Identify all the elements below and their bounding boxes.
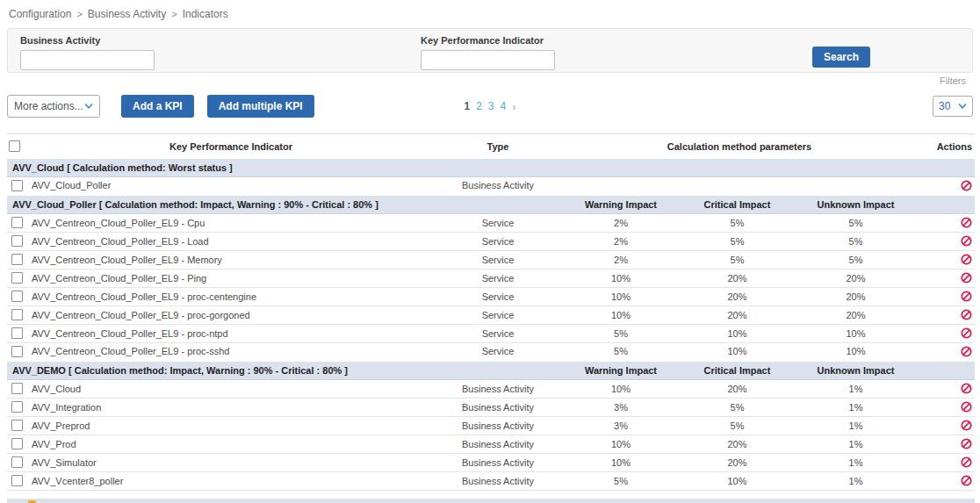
add-multiple-kpi-button[interactable]: Add multiple KPI <box>207 95 314 118</box>
chevron-down-icon <box>84 102 93 111</box>
table-row: AVV_Centreon_Cloud_Poller_EL9 - Cpu Serv… <box>7 213 975 232</box>
row-checkbox[interactable] <box>11 383 23 394</box>
kpi-name: AVV_Centreon_Cloud_Poller_EL9 - proc-ssh… <box>30 342 432 361</box>
delete-ban-icon[interactable] <box>961 272 972 284</box>
critical-impact-value: 20% <box>678 435 796 453</box>
delete-ban-icon[interactable] <box>961 327 972 339</box>
kpi-type: Business Activity <box>432 471 564 490</box>
table-row: AVV_Centreon_Cloud_Poller_EL9 - Ping Ser… <box>7 269 975 287</box>
unknown-impact-value: 1% <box>796 416 915 435</box>
row-checkbox[interactable] <box>11 217 23 228</box>
kpi-type: Business Activity <box>432 379 564 398</box>
unknown-impact-value: 10% <box>796 342 915 361</box>
row-checkbox[interactable] <box>11 475 23 486</box>
row-checkbox[interactable] <box>11 254 23 265</box>
warning-impact-value: 2% <box>564 232 678 250</box>
page-size-select[interactable]: 30 <box>933 96 973 117</box>
table-row: AVV_Vcenter8_poller Business Activity 5%… <box>7 471 975 490</box>
row-checkbox[interactable] <box>11 327 23 339</box>
row-checkbox[interactable] <box>11 346 23 357</box>
kpi-type: Service <box>432 287 564 305</box>
page-3[interactable]: 3 <box>488 100 494 112</box>
kpi-name: AVV_Centreon_Cloud_Poller_EL9 - Ping <box>30 269 432 287</box>
kpi-name: AVV_Centreon_Cloud_Poller_EL9 - proc-cen… <box>30 287 432 305</box>
unknown-impact-value: 20% <box>796 305 915 324</box>
search-button[interactable]: Search <box>812 47 870 68</box>
breadcrumb-item-business-activity[interactable]: Business Activity <box>88 8 166 20</box>
row-checkbox[interactable] <box>11 309 23 320</box>
delete-ban-icon[interactable] <box>961 438 972 449</box>
warning-impact-value: 3% <box>564 416 678 435</box>
delete-ban-icon[interactable] <box>961 420 972 431</box>
delete-ban-icon[interactable] <box>961 401 972 413</box>
delete-ban-icon[interactable] <box>961 346 972 357</box>
critical-impact-value: 20% <box>678 305 796 324</box>
kpi-name: AVV_Integration <box>30 398 432 416</box>
kpi-type: Service <box>432 232 564 250</box>
unknown-impact-header: Unknown Impact <box>796 361 915 379</box>
table-row: AVV_Cloud Business Activity 10% 20% 1% <box>7 379 975 398</box>
kpi-type: Service <box>432 342 564 361</box>
page-2[interactable]: 2 <box>476 100 482 112</box>
business-activity-label: Business Activity <box>20 35 155 46</box>
row-checkbox[interactable] <box>11 420 23 431</box>
critical-impact-value: 20% <box>678 269 796 287</box>
group-label: AVV_Cloud [ Calculation method: Worst st… <box>7 158 564 176</box>
critical-impact-value: 5% <box>678 232 796 250</box>
kpi-type: Business Activity <box>432 416 564 435</box>
row-checkbox[interactable] <box>11 438 23 449</box>
more-actions-label: More actions... <box>14 100 83 112</box>
kpi-name: AVV_Centreon_Cloud_Poller_EL9 - proc-ntp… <box>30 324 432 342</box>
delete-ban-icon[interactable] <box>961 235 972 247</box>
select-all-checkbox[interactable] <box>9 140 20 152</box>
delete-ban-icon[interactable] <box>961 254 972 265</box>
business-activity-input[interactable] <box>20 50 155 70</box>
delete-ban-icon[interactable] <box>961 217 972 228</box>
critical-impact-value: 5% <box>678 213 796 232</box>
table-row: AVV_Centreon_Cloud_Poller_EL9 - Load Ser… <box>7 232 975 250</box>
delete-ban-icon[interactable] <box>961 383 972 394</box>
delete-ban-icon[interactable] <box>961 456 972 468</box>
breadcrumb-item-configuration[interactable]: Configuration <box>9 8 71 20</box>
kpi-filter-input[interactable] <box>421 50 555 70</box>
row-checkbox[interactable] <box>11 180 23 191</box>
critical-impact-value: 20% <box>678 453 796 471</box>
unknown-impact-value: 20% <box>796 287 915 305</box>
row-checkbox[interactable] <box>11 235 23 247</box>
critical-impact-value: 10% <box>678 471 796 490</box>
row-checkbox[interactable] <box>11 456 23 468</box>
kpi-name: AVV_Centreon_Cloud_Poller_EL9 - proc-gor… <box>30 305 432 324</box>
warning-impact-header: Warning Impact <box>564 361 678 379</box>
breadcrumb: Configuration>Business Activity>Indicato… <box>0 0 980 20</box>
more-actions-select[interactable]: More actions... <box>7 95 100 118</box>
row-checkbox[interactable] <box>11 291 23 302</box>
add-kpi-button[interactable]: Add a KPI <box>121 95 194 118</box>
delete-ban-icon[interactable] <box>961 475 972 486</box>
next-page-icon[interactable]: › <box>512 101 515 112</box>
unknown-impact-value: 1% <box>796 453 915 471</box>
table-row: AVV_Centreon_Cloud_Poller_EL9 - Memory S… <box>7 250 975 269</box>
header-actions: Actions <box>915 134 975 159</box>
kpi-type: Business Activity <box>432 176 564 195</box>
table-row: AVV_Cloud_Poller Business Activity <box>7 176 975 195</box>
kpi-name: AVV_Preprod <box>30 416 432 435</box>
warning-impact-value: 5% <box>564 324 678 342</box>
kpi-filter-label: Key Performance Indicator <box>421 35 555 46</box>
page-4[interactable]: 4 <box>501 100 507 112</box>
warning-impact-value: 2% <box>564 250 678 269</box>
kpi-name: AVV_Vcenter8_poller <box>30 471 432 490</box>
row-checkbox[interactable] <box>11 272 23 284</box>
page-1[interactable]: 1 <box>464 100 470 112</box>
delete-ban-icon[interactable] <box>961 291 972 302</box>
warning-impact-value: 10% <box>564 435 678 453</box>
delete-ban-icon[interactable] <box>961 180 972 191</box>
unknown-impact-value: 5% <box>796 213 915 232</box>
critical-impact-header: Critical Impact <box>678 195 796 213</box>
row-checkbox[interactable] <box>11 401 23 413</box>
critical-impact-header <box>678 158 796 176</box>
filters-link[interactable]: Filters <box>940 75 966 86</box>
warning-impact-value: 3% <box>564 398 678 416</box>
delete-ban-icon[interactable] <box>961 309 972 320</box>
group-actions-cell <box>915 158 975 176</box>
group-actions-cell <box>915 195 975 213</box>
